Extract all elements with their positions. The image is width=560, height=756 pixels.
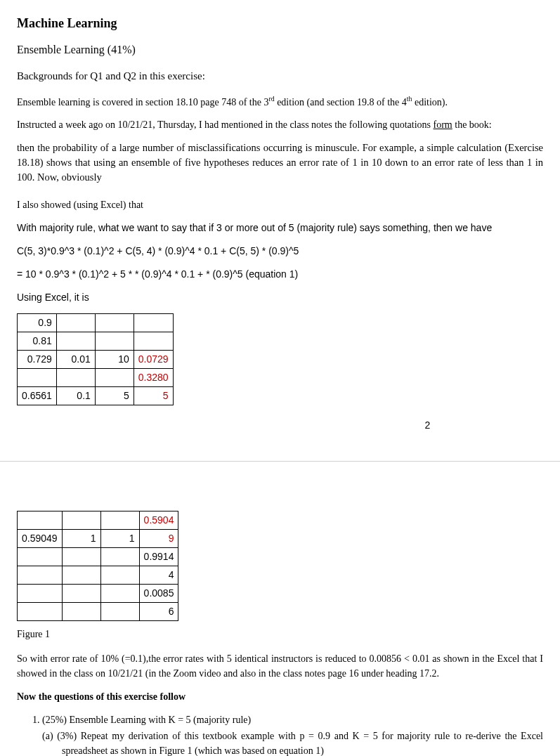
cell: 0.5904 bbox=[139, 511, 178, 530]
cell bbox=[100, 511, 139, 530]
table-row: 0.3280 bbox=[18, 369, 174, 387]
cell: 0.729 bbox=[18, 351, 57, 369]
sub-list: (a) (3%) Repeat my derivation of this te… bbox=[42, 729, 543, 756]
cell: 1 bbox=[62, 530, 100, 548]
cell: 9 bbox=[139, 530, 178, 548]
cell: 4 bbox=[139, 566, 178, 585]
cell bbox=[95, 332, 134, 351]
question-1a: (a) (3%) Repeat my derivation of this te… bbox=[42, 729, 543, 756]
cell: 6 bbox=[139, 603, 178, 621]
table-row: 0.729 0.01 10 0.0729 bbox=[18, 351, 174, 369]
text: edition (and section 19.8 of the 4 bbox=[275, 96, 407, 107]
superscript: rd bbox=[268, 95, 274, 103]
cell: 0.1 bbox=[56, 387, 95, 405]
cell bbox=[134, 332, 173, 351]
paragraph-using-excel: Using Excel, it is bbox=[17, 290, 543, 305]
paragraph-majority-rule: With majority rule, what we want to say … bbox=[17, 221, 543, 235]
figure-caption: Figure 1 bbox=[17, 627, 543, 641]
question-list: (25%) Ensemble Learning with K = 5 (majo… bbox=[17, 712, 543, 756]
table-row: 0.9 bbox=[18, 314, 174, 332]
cell bbox=[100, 585, 139, 603]
cell: 0.0729 bbox=[134, 351, 173, 369]
exercise-heading: Now the questions of this exercise follo… bbox=[17, 689, 543, 704]
cell: 5 bbox=[95, 387, 134, 405]
page-number: 2 bbox=[17, 418, 543, 433]
text: edition). bbox=[412, 96, 448, 107]
cell bbox=[56, 332, 95, 351]
cell: 5 bbox=[134, 387, 173, 405]
cell: 0.9914 bbox=[139, 548, 178, 566]
cell: 0.9 bbox=[18, 314, 57, 332]
cell bbox=[62, 603, 100, 621]
question-1: (25%) Ensemble Learning with K = 5 (majo… bbox=[42, 712, 543, 756]
cell: 0.3280 bbox=[134, 369, 173, 387]
text: the book: bbox=[452, 119, 492, 130]
cell: 0.0085 bbox=[139, 585, 178, 603]
subtitle: Ensemble Learning (41%) bbox=[17, 41, 543, 58]
cell: 1 bbox=[100, 530, 139, 548]
excel-table-1: 0.9 0.81 0.729 0.01 10 0.0729 0.3280 0.6… bbox=[17, 313, 174, 405]
cell bbox=[18, 511, 63, 530]
page-title: Machine Learning bbox=[17, 14, 543, 33]
cell: 0.81 bbox=[18, 332, 57, 351]
text-underline: form bbox=[434, 119, 452, 130]
cell bbox=[18, 603, 63, 621]
page-break bbox=[0, 461, 560, 469]
paragraph-coverage: Ensemble learning is covered in section … bbox=[17, 94, 543, 110]
cell bbox=[62, 566, 100, 585]
equation-line-2: = 10 * 0.9^3 * (0.1)^2 + 5 * * (0.9)^4 *… bbox=[17, 267, 543, 282]
cell bbox=[134, 314, 173, 332]
cell: 0.6561 bbox=[18, 387, 57, 405]
cell bbox=[95, 369, 134, 387]
quote-block: then the probability of a large number o… bbox=[17, 141, 543, 185]
cell bbox=[18, 566, 63, 585]
table-row: 0.9914 bbox=[18, 548, 178, 566]
paragraph-showed: I also showed (using Excel) that bbox=[17, 197, 543, 212]
cell: 10 bbox=[95, 351, 134, 369]
table-row: 4 bbox=[18, 566, 178, 585]
equation-line-1: C(5, 3)*0.9^3 * (0.1)^2 + C(5, 4) * (0.9… bbox=[17, 244, 543, 259]
excel-table-2: 0.5904 0.59049 1 1 9 0.9914 4 0.0085 6 bbox=[17, 511, 178, 621]
text: (a) (3%) Repeat my derivation of this te… bbox=[42, 731, 543, 756]
cell bbox=[56, 369, 95, 387]
text: Ensemble learning is covered in section … bbox=[17, 96, 268, 107]
text: Instructed a week ago on 10/21/21, Thurs… bbox=[17, 119, 434, 130]
table-row: 0.59049 1 1 9 bbox=[18, 530, 178, 548]
table-row: 6 bbox=[18, 603, 178, 621]
cell bbox=[62, 585, 100, 603]
table-row: 0.0085 bbox=[18, 585, 178, 603]
cell bbox=[95, 314, 134, 332]
cell bbox=[18, 369, 57, 387]
cell bbox=[100, 603, 139, 621]
cell bbox=[100, 566, 139, 585]
table-row: 0.6561 0.1 5 5 bbox=[18, 387, 174, 405]
cell bbox=[18, 585, 63, 603]
table-row: 0.5904 bbox=[18, 511, 178, 530]
paragraph-error-rate: So with error rate of 10% (=0.1),the err… bbox=[17, 651, 543, 681]
paragraph-instructed: Instructed a week ago on 10/21/21, Thurs… bbox=[17, 117, 543, 132]
cell bbox=[18, 548, 63, 566]
cell bbox=[62, 548, 100, 566]
cell bbox=[62, 511, 100, 530]
cell bbox=[56, 314, 95, 332]
cell: 0.59049 bbox=[18, 530, 63, 548]
table-row: 0.81 bbox=[18, 332, 174, 351]
cell: 0.01 bbox=[56, 351, 95, 369]
question-main: (25%) Ensemble Learning with K = 5 (majo… bbox=[42, 715, 251, 725]
cell bbox=[100, 548, 139, 566]
background-heading: Backgrounds for Q1 and Q2 in this exerci… bbox=[17, 68, 543, 84]
